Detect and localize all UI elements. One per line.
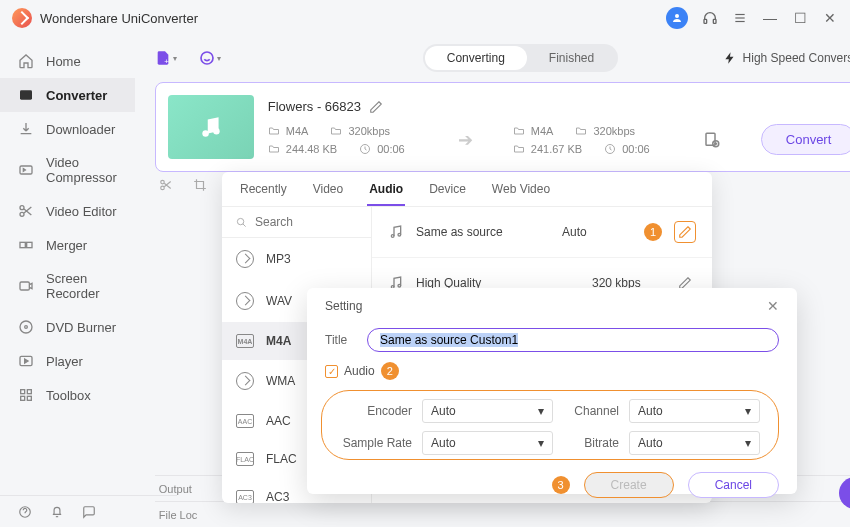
svg-point-14: [25, 326, 28, 329]
sidebar-item-converter[interactable]: Converter: [0, 78, 135, 112]
footer: [0, 495, 177, 527]
ac3-icon: AC3: [236, 490, 254, 503]
svg-rect-1: [704, 19, 707, 23]
menu-icon[interactable]: [732, 10, 748, 26]
close-button[interactable]: ✕: [822, 10, 838, 26]
arrow-right-icon: ➔: [458, 129, 473, 151]
titlebar: Wondershare UniConverter — ☐ ✕: [0, 0, 850, 36]
wav-icon: [236, 292, 254, 310]
svg-rect-12: [20, 282, 29, 290]
chevron-down-icon: ▾: [538, 404, 544, 418]
sidebar-item-editor[interactable]: Video Editor: [0, 194, 135, 228]
cancel-button[interactable]: Cancel: [688, 472, 779, 498]
svg-rect-26: [706, 133, 715, 145]
toolbar: +▾ ▾ Converting Finished High Speed Conv…: [155, 44, 850, 72]
search-input[interactable]: [255, 215, 357, 229]
dd-tab-device[interactable]: Device: [427, 182, 468, 206]
sample-rate-select[interactable]: Auto▾: [422, 431, 553, 455]
title-input[interactable]: Same as source Custom1: [367, 328, 779, 352]
bell-icon[interactable]: [50, 505, 64, 519]
dd-tab-video[interactable]: Video: [311, 182, 345, 206]
note-icon: [388, 224, 404, 240]
sidebar-item-merger[interactable]: Merger: [0, 228, 135, 262]
download-icon: [18, 121, 34, 137]
sidebar-item-recorder[interactable]: Screen Recorder: [0, 262, 135, 310]
sample-rate-label: Sample Rate: [340, 436, 412, 450]
merge-icon: [18, 237, 34, 253]
grid-icon: [18, 387, 34, 403]
dd-tab-web[interactable]: Web Video: [490, 182, 552, 206]
folder-icon: [330, 125, 342, 137]
high-speed-toggle[interactable]: High Speed Conversion: [723, 51, 850, 65]
status-segment: Converting Finished: [423, 44, 618, 72]
sidebar-item-label: Player: [46, 354, 83, 369]
cut-icon[interactable]: [159, 178, 173, 192]
crop-icon[interactable]: [193, 178, 207, 192]
preset-edit-button[interactable]: [674, 221, 696, 243]
svg-point-32: [391, 235, 394, 238]
minimize-button[interactable]: —: [762, 10, 778, 26]
svg-point-22: [202, 130, 209, 137]
sidebar-item-player[interactable]: Player: [0, 344, 135, 378]
svg-point-29: [161, 186, 165, 190]
bitrate-select[interactable]: Auto▾: [629, 431, 760, 455]
svg-rect-6: [20, 90, 32, 99]
sidebar-item-dvd[interactable]: DVD Burner: [0, 310, 135, 344]
chevron-down-icon: ▾: [745, 404, 751, 418]
maximize-button[interactable]: ☐: [792, 10, 808, 26]
play-icon: [18, 353, 34, 369]
m4a-icon: M4A: [236, 334, 254, 348]
sidebar-item-home[interactable]: Home: [0, 44, 135, 78]
encoder-select[interactable]: Auto▾: [422, 399, 553, 423]
feedback-icon[interactable]: [82, 505, 96, 519]
folder-icon: [513, 143, 525, 155]
tab-finished[interactable]: Finished: [527, 46, 616, 70]
close-icon[interactable]: ✕: [767, 298, 779, 314]
user-avatar-icon[interactable]: [666, 7, 688, 29]
flac-icon: FLAC: [236, 452, 254, 466]
format-search[interactable]: [222, 207, 371, 238]
converter-icon: [18, 87, 34, 103]
sidebar-item-downloader[interactable]: Downloader: [0, 112, 135, 146]
preset-same-as-source[interactable]: Same as source Auto 1: [372, 207, 712, 258]
audio-checkbox[interactable]: ✓: [325, 365, 338, 378]
audio-label: Audio: [344, 364, 375, 378]
compress-icon: [18, 162, 34, 178]
sidebar-item-label: Merger: [46, 238, 87, 253]
add-file-button[interactable]: +▾: [155, 47, 177, 69]
record-icon: [18, 278, 34, 294]
clock-icon: [604, 143, 616, 155]
folder-icon: [575, 125, 587, 137]
mp3-icon: [236, 250, 254, 268]
sidebar-item-label: Toolbox: [46, 388, 91, 403]
svg-point-33: [398, 233, 401, 236]
convert-button[interactable]: Convert: [761, 124, 850, 155]
svg-text:+: +: [164, 57, 169, 66]
edit-icon[interactable]: [369, 100, 383, 114]
sidebar: Home Converter Downloader Video Compress…: [0, 36, 135, 527]
tab-converting[interactable]: Converting: [425, 46, 527, 70]
dd-tab-audio[interactable]: Audio: [367, 182, 405, 206]
scissors-icon: [18, 203, 34, 219]
sidebar-item-label: Converter: [46, 88, 107, 103]
bolt-icon: [723, 51, 737, 65]
channel-select[interactable]: Auto▾: [629, 399, 760, 423]
headset-icon[interactable]: [702, 10, 718, 26]
settings-gear-icon[interactable]: [703, 131, 721, 149]
sidebar-item-label: Home: [46, 54, 81, 69]
help-icon[interactable]: [18, 505, 32, 519]
step-badge-2: 2: [381, 362, 399, 380]
file-loc-row: File Loc: [155, 501, 850, 527]
folder-icon: [268, 125, 280, 137]
folder-icon: [513, 125, 525, 137]
create-button[interactable]: Create: [584, 472, 674, 498]
sidebar-item-label: Video Compressor: [46, 155, 117, 185]
dd-tab-recently[interactable]: Recently: [238, 182, 289, 206]
add-url-button[interactable]: ▾: [199, 47, 221, 69]
svg-point-28: [161, 180, 165, 184]
format-mp3[interactable]: MP3: [222, 238, 371, 280]
svg-rect-17: [27, 390, 31, 394]
sidebar-item-compressor[interactable]: Video Compressor: [0, 146, 135, 194]
svg-point-21: [201, 52, 213, 64]
sidebar-item-toolbox[interactable]: Toolbox: [0, 378, 135, 412]
